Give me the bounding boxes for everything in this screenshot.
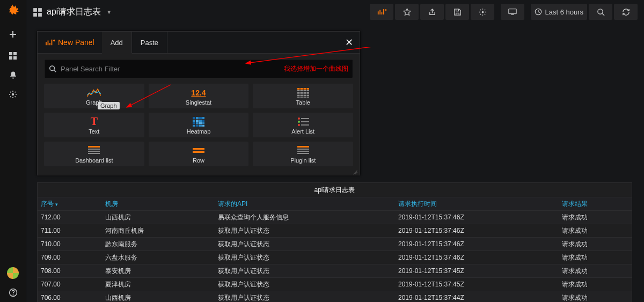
table-cell: 712.00 bbox=[41, 213, 105, 221]
table-cell: 请求成功 bbox=[562, 280, 628, 289]
svg-point-15 bbox=[50, 66, 55, 71]
panel-search[interactable]: 我选择增加一个曲线图 bbox=[44, 59, 353, 78]
left-nav bbox=[0, 0, 26, 302]
table-cell: 710.00 bbox=[41, 240, 105, 248]
svg-rect-56 bbox=[297, 153, 309, 154]
star-button[interactable] bbox=[395, 4, 419, 20]
table-row: 707.00夏津机房获取用户认证状态2019-01-12T15:37:45Z请求… bbox=[38, 277, 632, 291]
nav-create-icon[interactable] bbox=[0, 23, 26, 46]
table-cell: 获取用户认证状态 bbox=[218, 240, 398, 249]
table-col-2[interactable]: 请求的API bbox=[218, 200, 398, 209]
tab-paste[interactable]: Paste bbox=[132, 32, 167, 53]
table-cell: 请求成功 bbox=[562, 240, 628, 249]
svg-rect-39 bbox=[199, 125, 202, 127]
panel-type-alertlist[interactable]: Alert List bbox=[253, 113, 353, 137]
panel-type-row[interactable]: Row bbox=[149, 142, 249, 166]
table-cell: 709.00 bbox=[41, 254, 105, 261]
table-cell: 山西机房 bbox=[105, 293, 218, 303]
svg-rect-42 bbox=[301, 118, 309, 119]
svg-rect-32 bbox=[202, 120, 204, 122]
panel-type-heatmap[interactable]: Heatmap bbox=[149, 113, 249, 137]
zoom-out-button[interactable] bbox=[589, 4, 612, 20]
svg-rect-25 bbox=[193, 117, 195, 119]
table-cell: 易联众查询个人服务信息 bbox=[218, 213, 398, 222]
nav-avatar[interactable] bbox=[0, 263, 26, 283]
svg-rect-36 bbox=[202, 122, 204, 124]
table-row: 708.00泰安机房获取用户认证状态2019-01-12T15:37:45Z请求… bbox=[38, 264, 632, 277]
svg-rect-47 bbox=[88, 146, 100, 148]
svg-rect-44 bbox=[301, 121, 309, 122]
table-cell: 请求成功 bbox=[562, 213, 628, 222]
table-cell: 请求成功 bbox=[562, 293, 628, 303]
annotation-text: 我选择增加一个曲线图 bbox=[284, 64, 348, 73]
table-cell: 2019-01-12T15:37:45Z bbox=[398, 281, 562, 288]
table-header[interactable]: 序号机房请求的API请求执行时间请求结果 bbox=[38, 197, 632, 210]
table-row: 706.00山西机房获取用户认证状态2019-01-12T15:37:44Z请求… bbox=[38, 291, 632, 302]
svg-point-6 bbox=[12, 294, 13, 295]
svg-rect-1 bbox=[13, 52, 17, 55]
svg-rect-40 bbox=[202, 125, 204, 127]
table-cell: 山西机房 bbox=[105, 213, 218, 222]
settings-button[interactable] bbox=[471, 4, 494, 20]
table-col-3[interactable]: 请求执行时间 bbox=[398, 200, 562, 209]
svg-rect-27 bbox=[199, 117, 202, 119]
svg-rect-26 bbox=[196, 117, 199, 119]
table-cell: 获取用户认证状态 bbox=[218, 280, 398, 289]
close-icon[interactable]: ✕ bbox=[339, 36, 360, 48]
panel-type-pluginlist[interactable]: Plugin list bbox=[253, 142, 353, 166]
svg-rect-33 bbox=[193, 122, 195, 124]
dashboard-title: api请求日志表 bbox=[47, 6, 101, 18]
table-cell: 707.00 bbox=[41, 281, 105, 288]
table-cell: 2019-01-12T15:37:45Z bbox=[398, 267, 562, 275]
table-cell: 2019-01-12T15:37:46Z bbox=[398, 213, 562, 221]
panel-editor-tabs: New Panel Add Paste ✕ bbox=[38, 32, 360, 54]
svg-rect-10 bbox=[38, 13, 42, 17]
panel-type-table[interactable]: Table bbox=[253, 84, 353, 108]
table-cell: 请求成功 bbox=[562, 226, 628, 235]
table-cell: 获取用户认证状态 bbox=[218, 226, 398, 235]
svg-rect-37 bbox=[193, 125, 195, 127]
dashboard-title-dropdown[interactable]: api请求日志表 ▼ bbox=[33, 6, 112, 18]
svg-point-11 bbox=[482, 11, 484, 13]
svg-rect-48 bbox=[88, 149, 100, 150]
table-cell: 黔东南服务 bbox=[105, 240, 218, 249]
table-col-0[interactable]: 序号 bbox=[41, 200, 105, 209]
svg-rect-0 bbox=[9, 52, 12, 55]
table-cell: 708.00 bbox=[41, 267, 105, 275]
table-col-1[interactable]: 机房 bbox=[105, 200, 218, 209]
panel-type-text[interactable]: T Text bbox=[44, 113, 144, 137]
nav-dashboards-icon[interactable] bbox=[0, 46, 26, 65]
panel-search-input[interactable] bbox=[60, 64, 251, 73]
nav-help-icon[interactable] bbox=[0, 283, 26, 302]
time-range-button[interactable]: Last 6 hours bbox=[531, 4, 587, 20]
svg-rect-34 bbox=[196, 122, 199, 124]
table-row: 710.00黔东南服务获取用户认证状态2019-01-12T15:37:46Z请… bbox=[38, 237, 632, 251]
svg-rect-38 bbox=[196, 125, 199, 127]
save-button[interactable] bbox=[445, 4, 469, 20]
svg-rect-51 bbox=[193, 148, 204, 150]
nav-alerting-icon[interactable] bbox=[0, 65, 26, 85]
panel-type-graph[interactable]: Graph Graph bbox=[44, 84, 144, 108]
svg-rect-31 bbox=[199, 120, 202, 122]
table-col-4[interactable]: 请求结果 bbox=[562, 200, 628, 209]
add-panel-button[interactable] bbox=[370, 4, 393, 20]
tab-add[interactable]: Add bbox=[102, 32, 132, 54]
table-panel: api请求日志表 序号机房请求的API请求执行时间请求结果712.00山西机房易… bbox=[37, 182, 632, 302]
svg-rect-3 bbox=[13, 56, 17, 60]
svg-rect-9 bbox=[33, 13, 37, 17]
cycle-view-button[interactable] bbox=[501, 4, 524, 20]
table-panel-title[interactable]: api请求日志表 bbox=[38, 183, 632, 197]
main: New Panel Add Paste ✕ 我选择增加一个曲线图 Graph G… bbox=[26, 24, 644, 302]
panel-type-singlestat[interactable]: 12.4 Singlestat bbox=[149, 84, 249, 108]
grafana-logo[interactable] bbox=[0, 3, 26, 23]
refresh-button[interactable] bbox=[614, 4, 638, 20]
nav-config-icon[interactable] bbox=[0, 85, 26, 104]
panel-type-dashlist[interactable]: Dashboard list bbox=[44, 142, 144, 166]
svg-rect-49 bbox=[88, 151, 100, 152]
share-button[interactable] bbox=[420, 4, 444, 20]
svg-rect-7 bbox=[33, 8, 37, 12]
chevron-down-icon: ▼ bbox=[106, 9, 112, 15]
resize-handle[interactable] bbox=[353, 168, 358, 174]
svg-rect-12 bbox=[509, 9, 516, 14]
table-cell: 2019-01-12T15:37:46Z bbox=[398, 227, 562, 234]
